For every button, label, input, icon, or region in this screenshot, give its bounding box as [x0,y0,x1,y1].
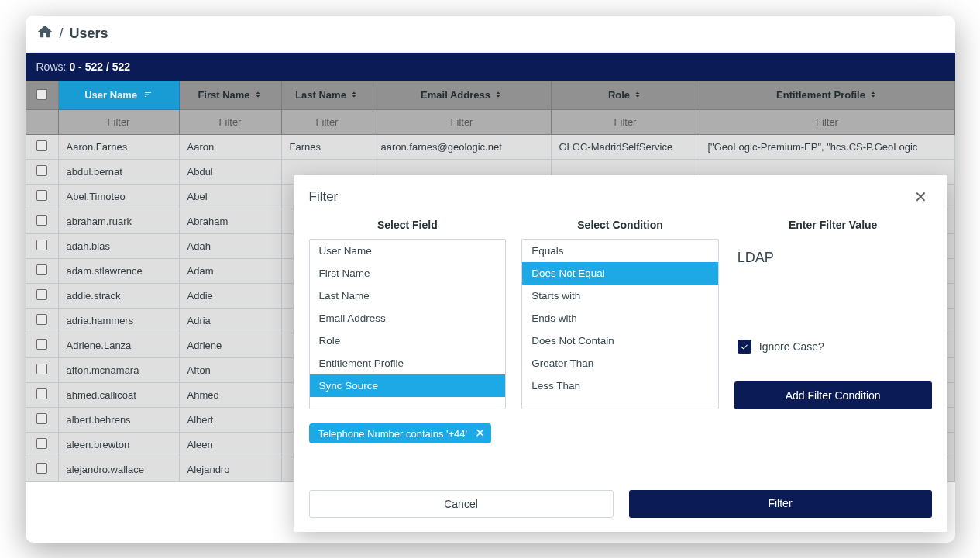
field-option[interactable]: Role [310,330,506,352]
col-header-email[interactable]: Email Address [373,81,551,110]
cell-firstname: Ahmed [179,383,281,408]
filter-chip-label: Telephone Number contains '+44' [318,428,468,440]
sort-updown-icon [868,90,878,102]
col-header-label: Last Name [295,89,346,101]
row-checkbox-cell[interactable] [26,383,58,408]
select-condition-label: Select Condition [521,219,719,231]
filter-chip: Telephone Number contains '+44' ✕ [309,423,492,443]
condition-option[interactable]: Ends with [522,307,718,330]
row-checkbox-cell[interactable] [26,309,58,333]
chip-remove-icon[interactable]: ✕ [475,427,485,440]
filter-cell-lastname[interactable]: Filter [281,110,373,135]
row-checkbox-cell[interactable] [26,135,58,160]
apply-filter-button[interactable]: Filter [629,490,932,518]
row-checkbox-cell[interactable] [26,284,58,309]
col-header-label: User Name [84,89,137,101]
row-checkbox-cell[interactable] [26,234,58,259]
field-option[interactable]: Entitlement Profile [310,352,506,374]
checkbox-icon[interactable] [36,388,47,399]
col-header-firstname[interactable]: First Name [179,81,281,110]
row-checkbox-cell[interactable] [26,259,58,284]
checkbox-icon[interactable] [36,215,47,226]
checkbox-icon[interactable] [36,89,47,100]
select-all-header[interactable] [26,81,58,110]
cell-firstname: Afton [179,358,281,383]
checkbox-icon[interactable] [36,364,47,374]
app-window: / Users Rows: 0 - 522 / 522 User Name Fi… [26,16,955,543]
ignore-case-row[interactable]: Ignore Case? [734,340,932,354]
col-header-username[interactable]: User Name [58,81,179,110]
condition-option[interactable]: Less Than [522,374,718,397]
cell-firstname: Albert [179,408,281,433]
cell-lastname: Farnes [281,135,373,160]
add-filter-condition-button[interactable]: Add Filter Condition [734,381,932,409]
cell-firstname: Addie [179,284,281,309]
checkbox-icon[interactable] [36,314,47,325]
row-checkbox-cell[interactable] [26,408,58,433]
cell-username: albert.behrens [58,408,179,433]
cell-username: afton.mcnamara [58,358,179,383]
col-header-entitlement[interactable]: Entitlement Profile [700,81,954,110]
cell-username: Adriene.Lanza [58,333,179,358]
cell-username: aleen.brewton [58,433,179,457]
row-checkbox-cell[interactable] [26,160,58,185]
cell-firstname: Abdul [179,160,281,185]
filter-cell-username[interactable]: Filter [58,110,179,135]
checkbox-icon[interactable] [36,413,47,424]
row-checkbox-cell[interactable] [26,209,58,234]
field-option[interactable]: Email Address [310,307,506,330]
condition-option[interactable]: Starts with [522,285,718,307]
field-option[interactable]: First Name [310,262,506,285]
cell-email: aaron.farnes@geologic.net [373,135,551,160]
col-header-label: First Name [198,89,249,101]
checkbox-icon[interactable] [36,339,47,350]
cell-firstname: Alejandro [179,457,281,482]
sort-updown-icon [493,90,503,102]
checkbox-icon[interactable] [36,463,47,474]
row-checkbox-cell[interactable] [26,457,58,482]
condition-option[interactable]: Does Not Contain [522,330,718,352]
checkbox-icon[interactable] [36,165,47,176]
condition-option[interactable]: Does Not Equal [522,262,718,285]
checkbox-icon[interactable] [36,289,47,300]
col-header-label: Entitlement Profile [776,89,865,101]
checkbox-icon[interactable] [36,240,47,250]
col-header-lastname[interactable]: Last Name [281,81,373,110]
row-checkbox-cell[interactable] [26,358,58,383]
checkbox-icon[interactable] [36,264,47,275]
condition-option[interactable]: Greater Than [522,352,718,374]
row-checkbox-cell[interactable] [26,185,58,209]
table-row[interactable]: Aaron.FarnesAaronFarnesaaron.farnes@geol… [26,135,954,160]
field-option[interactable]: Sync Source [310,374,506,397]
checkbox-icon[interactable] [36,140,47,151]
checkbox-icon[interactable] [36,190,47,201]
enter-value-label: Enter Filter Value [734,219,932,231]
filter-cell-email[interactable]: Filter [373,110,551,135]
col-header-role[interactable]: Role [551,81,700,110]
breadcrumb: / Users [26,16,955,53]
filter-cell-role[interactable]: Filter [551,110,700,135]
checkbox-checked-icon[interactable] [738,340,751,354]
filter-value-input[interactable]: LDAP [734,239,932,285]
filter-cell-firstname[interactable]: Filter [179,110,281,135]
cancel-button[interactable]: Cancel [309,490,614,518]
conditions-listbox[interactable]: EqualsDoes Not EqualStarts withEnds with… [521,239,719,409]
fields-listbox[interactable]: User NameFirst NameLast NameEmail Addres… [309,239,507,409]
enter-value-column: Enter Filter Value LDAP Ignore Case? Add… [734,219,932,409]
condition-option[interactable]: Equals [522,240,718,262]
modal-footer: Cancel Filter [309,490,932,518]
cell-username: abdul.bernat [58,160,179,185]
filter-cell-entitlement[interactable]: Filter [700,110,954,135]
home-icon[interactable] [36,23,53,44]
row-checkbox-cell[interactable] [26,333,58,358]
field-option[interactable]: Last Name [310,285,506,307]
cell-username: Abel.Timoteo [58,185,179,209]
filter-blank [26,110,58,135]
checkbox-icon[interactable] [36,438,47,449]
close-icon[interactable]: ✕ [910,186,932,208]
sort-updown-icon [253,90,263,102]
field-option[interactable]: User Name [310,240,506,262]
modal-columns: Select Field User NameFirst NameLast Nam… [309,219,932,409]
row-checkbox-cell[interactable] [26,433,58,457]
sort-updown-icon [349,90,359,102]
